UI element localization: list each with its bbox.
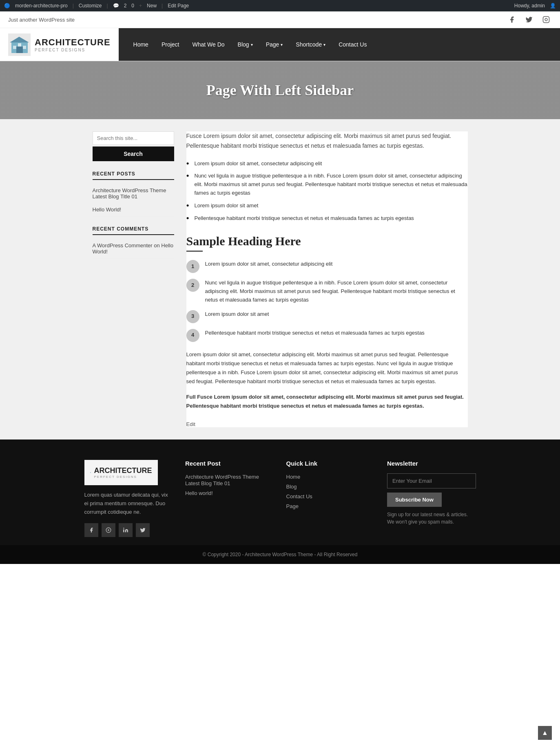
nav-item: Blog ▾ [231, 30, 259, 59]
quick-link[interactable]: Contact Us [286, 493, 312, 499]
footer-post-link[interactable]: Architecture WordPress Theme Latest Blog… [185, 474, 259, 486]
content-intro: Fusce Lorem ipsum dolor sit amet, consec… [186, 131, 468, 151]
svg-rect-6 [18, 43, 21, 47]
list-item: Lorem ipsum dolor sit amet, consectetur … [186, 158, 468, 170]
wp-logo[interactable]: 🔵 [4, 3, 10, 9]
list-item-text: Lorem ipsum dolor sit amet [205, 310, 269, 319]
sample-heading: Sample Heading Here [186, 234, 468, 248]
logo-text: ARCHITECTURE PERFECT DESIGNS [35, 37, 111, 52]
sidebar-recent-posts-list: Architecture WordPress Theme Latest Blog… [93, 184, 174, 216]
search-input[interactable] [93, 131, 174, 145]
instagram-icon[interactable] [540, 14, 552, 25]
nav-item: Contact Us [332, 30, 373, 59]
facebook-icon[interactable] [506, 14, 518, 25]
customize-link[interactable]: Customize [79, 3, 102, 9]
search-button[interactable]: Search [93, 146, 174, 161]
newsletter-email-input[interactable] [387, 473, 476, 488]
list-item: 2Nunc vel ligula in augue tristique pell… [186, 279, 468, 304]
heading-divider [186, 251, 203, 252]
logo-sub: PERFECT DESIGNS [35, 48, 111, 52]
footer-social-button[interactable] [102, 523, 115, 537]
site-name-link[interactable]: morden-architecture-pro [15, 3, 68, 9]
top-bar: Just another WordPress site [0, 11, 560, 28]
nav-item: Home [127, 30, 155, 59]
quick-link[interactable]: Home [286, 474, 301, 480]
footer-social-button[interactable] [84, 523, 98, 537]
edit-page-link[interactable]: Edit Page [168, 3, 189, 9]
sidebar: Search RECENT POSTS Architecture WordPre… [93, 131, 174, 427]
footer-social-button[interactable] [119, 523, 133, 537]
svg-rect-0 [543, 17, 549, 23]
list-item: Blog [286, 483, 375, 490]
nav-link[interactable]: Project [155, 30, 186, 59]
list-item: 3Lorem ipsum dolor sit amet [186, 310, 468, 323]
num-badge: 4 [186, 329, 199, 342]
footer-newsletter-heading: Newsletter [387, 460, 476, 467]
logo-area: ARCHITECTURE PERFECT DESIGNS [0, 29, 119, 61]
paragraph2-strong: Full Fusce Lorem ipsum dolor sit amet, c… [186, 394, 464, 409]
recent-comments-section: RECENT COMMENTS A WordPress Commenter on… [93, 226, 174, 258]
page-title: Page With Left Sidebar [8, 82, 552, 99]
list-item: Hello World! [93, 203, 174, 216]
layout-bg: Search RECENT POSTS Architecture WordPre… [0, 119, 560, 439]
footer-social-button[interactable] [136, 523, 150, 537]
footer-social [84, 523, 173, 537]
logo-name: ARCHITECTURE [35, 37, 111, 48]
content-paragraph-1: Lorem ipsum dolor sit amet, consectetur … [186, 350, 468, 386]
social-icons [506, 14, 552, 25]
site-tagline: Just another WordPress site [8, 17, 75, 23]
nav-link[interactable]: Blog ▾ [231, 30, 259, 59]
nav-link[interactable]: Page ▾ [259, 30, 290, 59]
nav-link[interactable]: Contact Us [332, 30, 373, 59]
nav-link[interactable]: Home [127, 30, 155, 59]
comments-count: 2 [124, 3, 127, 9]
bullet-list: Lorem ipsum dolor sit amet, consectetur … [186, 158, 468, 225]
list-item: Lorem ipsum dolor sit amet [186, 200, 468, 212]
list-item-text: Lorem ipsum dolor sit amet, consectetur … [205, 260, 333, 269]
page-hero: Page With Left Sidebar [0, 61, 560, 119]
admin-bar: 🔵 morden-architecture-pro | Customize | … [0, 0, 560, 11]
howdy-text: Howdy, admin [514, 3, 545, 9]
avatar-icon: 👤 [550, 3, 556, 9]
quick-link[interactable]: Blog [286, 484, 297, 490]
footer-quick-link: Quick Link HomeBlogContact UsPage [286, 460, 375, 537]
recent-comments-heading: RECENT COMMENTS [93, 226, 174, 235]
numbered-list: 1Lorem ipsum dolor sit amet, consectetur… [186, 260, 468, 342]
post-link[interactable]: Hello World! [93, 206, 122, 213]
footer-logo-image [90, 464, 91, 481]
sidebar-search: Search [93, 131, 174, 161]
footer-grid: ARCHITECTURE PERFECT DESIGNS Lorem quas … [84, 460, 476, 537]
new-link[interactable]: New [147, 3, 157, 9]
nav-list: HomeProjectWhat We DoBlog ▾Page ▾Shortco… [119, 30, 382, 59]
num-badge: 2 [186, 279, 199, 292]
svg-rect-7 [13, 46, 16, 49]
discussion-count: 0 [131, 3, 134, 9]
footer-description: Lorem quas utamur delicata qui, vix ei p… [84, 491, 173, 516]
num-badge: 1 [186, 260, 199, 273]
main-nav: HomeProjectWhat We DoBlog ▾Page ▾Shortco… [119, 28, 560, 61]
post-link[interactable]: Architecture WordPress Theme Latest Blog… [93, 187, 166, 200]
svg-rect-5 [16, 47, 23, 53]
list-item-text: Nunc vel ligula in augue tristique pelle… [205, 279, 468, 304]
list-item: A WordPress Commenter on Hello World! [93, 239, 174, 258]
footer-logo-text: ARCHITECTURE PERFECT DESIGNS [94, 466, 152, 479]
recent-posts-section: RECENT POSTS Architecture WordPress Them… [93, 171, 174, 216]
footer-recent-post-heading: Recent Post [185, 460, 274, 467]
edit-link[interactable]: Edit [186, 421, 195, 427]
footer: ARCHITECTURE PERFECT DESIGNS Lorem quas … [0, 439, 560, 545]
list-item: Hello world! [185, 490, 274, 496]
footer-newsletter: Newsletter Subscribe Now Sign up for our… [387, 460, 476, 537]
twitter-icon[interactable] [523, 14, 535, 25]
num-badge: 3 [186, 310, 199, 323]
main-wrapper: Search RECENT POSTS Architecture WordPre… [84, 119, 476, 439]
footer-post-link[interactable]: Hello world! [185, 490, 213, 496]
svg-rect-8 [23, 46, 26, 49]
logo-image [8, 33, 31, 56]
nav-link[interactable]: What We Do [186, 30, 231, 59]
copyright-text: © Copyright 2020 - Architecture WordPres… [203, 552, 358, 557]
list-item: 1Lorem ipsum dolor sit amet, consectetur… [186, 260, 468, 273]
quick-link[interactable]: Page [286, 503, 299, 509]
subscribe-button[interactable]: Subscribe Now [387, 493, 442, 507]
nav-link[interactable]: Shortcode ▾ [289, 30, 332, 59]
footer-logo-name: ARCHITECTURE [94, 466, 152, 475]
